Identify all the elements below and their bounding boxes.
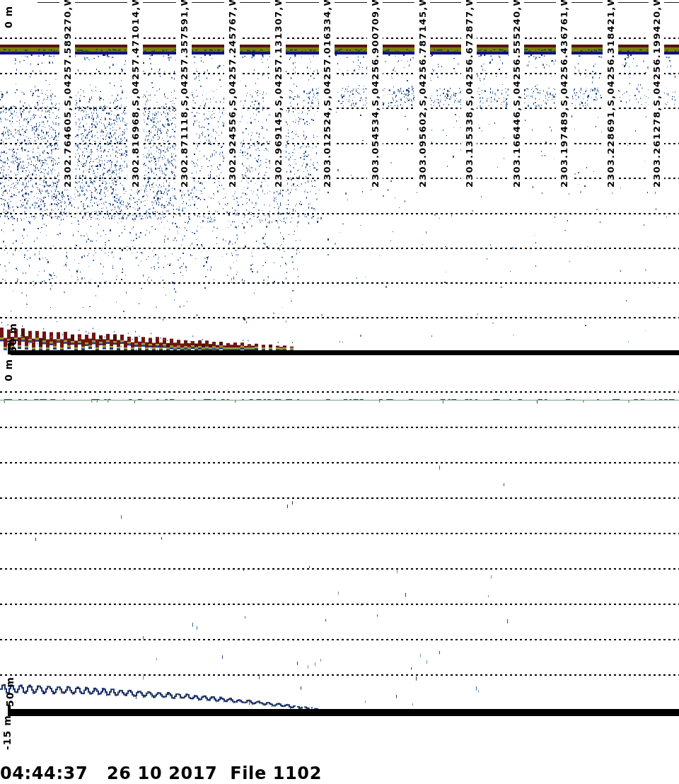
position-label-column: 2302.924556,S,04257.245767,W xyxy=(224,0,240,190)
status-bar: 04:44:37 26 10 2017 File 1102 xyxy=(0,763,322,783)
position-label: 2303.166446,S,04256.555240,W xyxy=(510,0,523,188)
position-label-column: 2303.054534,S,04256.900709,W xyxy=(367,0,383,190)
position-label: 2303.197489,S,04256.436761,W xyxy=(557,0,571,188)
position-label-column: 2303.228691,S,04256.318421,W xyxy=(603,0,618,190)
position-label: 2303.054534,S,04256.900709,W xyxy=(368,0,382,188)
depth-label-p1-top: 0 m xyxy=(3,6,14,28)
depth-label-p2-bottom: 50 m xyxy=(4,676,16,707)
position-label-column: 2303.261278,S,04256.199420,W xyxy=(649,0,664,190)
position-label-column: 2302.969145,S,04257.131307,W xyxy=(270,0,286,190)
depth-label-p2-top: 0 m xyxy=(3,359,14,381)
position-label-column: 2303.012524,S,04257.016334,W xyxy=(319,0,335,190)
position-label-column: 2303.135338,S,04256.672877,W xyxy=(461,0,477,190)
depth-label-p1-bottom: 50 m xyxy=(7,323,18,353)
position-label: 2303.228691,S,04256.318421,W xyxy=(604,0,617,188)
position-label-column: 2302.871118,S,04257.357591,W xyxy=(176,0,192,190)
position-label: 2302.816968,S,04257.471014,W xyxy=(129,0,142,188)
position-label-column: 2303.166446,S,04256.555240,W xyxy=(509,0,524,190)
position-label: 2303.135338,S,04256.672877,W xyxy=(463,0,476,188)
position-label-column: 2303.197489,S,04256.436761,W xyxy=(556,0,571,190)
position-label: 2302.969145,S,04257.131307,W xyxy=(272,0,285,188)
position-label-column: 2302.816968,S,04257.471014,W xyxy=(127,0,143,190)
position-label: 2302.924556,S,04257.245767,W xyxy=(226,0,239,188)
position-label-column: 2302.764605,S,04257.589270,W xyxy=(59,0,75,190)
depth-label-p2-offset: -15 m xyxy=(1,715,13,750)
position-label: 2303.095602,S,04256.787145,W xyxy=(416,0,429,188)
echogram-screen: 0 m 50 m 0 m 50 m -15 m 04:44:37 26 10 2… xyxy=(0,0,679,784)
position-label: 2303.012524,S,04257.016334,W xyxy=(320,0,334,188)
position-label: 2302.764605,S,04257.589270,W xyxy=(61,0,74,188)
position-label-column: 2303.095602,S,04256.787145,W xyxy=(414,0,430,190)
position-label: 2302.871118,S,04257.357591,W xyxy=(178,0,191,188)
position-label: 2303.261278,S,04256.199420,W xyxy=(650,0,663,188)
